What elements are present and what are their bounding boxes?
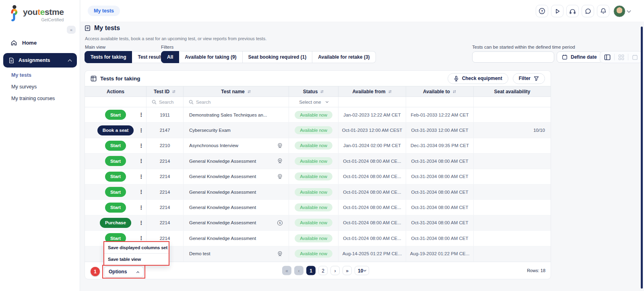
available-to-cell: Oct-31-2034 08:00 AM CET <box>406 231 474 246</box>
available-to-cell: Aug-19-2032 01:22 PM CE... <box>406 246 474 261</box>
filter-tab-seat-booking-required-1[interactable]: Seat booking required (1) <box>243 51 313 63</box>
column-header-available-from[interactable]: Available from <box>339 86 406 96</box>
page-size-select[interactable]: 10 <box>355 266 369 275</box>
main-view-tab-tests-for-taking[interactable]: Tests for taking <box>85 51 132 63</box>
test-name-cell: General Knowledge Assessment <box>184 184 289 199</box>
sort-icon[interactable] <box>247 90 251 94</box>
start-button[interactable]: Start <box>105 110 126 120</box>
filter-tab-available-for-retake-3[interactable]: Available for retake (3) <box>312 51 376 63</box>
chat-icon <box>585 8 591 14</box>
filter-tab-available-for-taking-9[interactable]: Available for taking (9) <box>179 51 242 63</box>
status-badge: Available now <box>295 172 332 180</box>
sidebar-subitem-my-tests[interactable]: My tests <box>11 72 55 78</box>
start-button[interactable]: Start <box>105 141 126 151</box>
breadcrumb[interactable]: My tests <box>88 6 120 16</box>
row-menu-icon[interactable]: ⋮ <box>138 205 144 211</box>
available-to-cell: Oct-31-2034 08:00 AM CET <box>406 200 474 215</box>
vertical-scrollbar[interactable] <box>641 27 643 289</box>
date-range-input[interactable] <box>472 51 554 63</box>
pagination-first-button[interactable]: « <box>282 266 291 275</box>
start-button[interactable]: Start <box>105 203 126 213</box>
sidebar-item-home[interactable]: Home <box>10 39 37 46</box>
test-id-cell: 2147 <box>147 123 184 137</box>
column-header-status[interactable]: Status <box>289 86 339 96</box>
calendar-icon <box>562 54 568 60</box>
filter-tab-all[interactable]: All <box>161 51 179 63</box>
test-name-cell: General Knowledge Assessment$ <box>184 215 289 230</box>
sidebar-subitem-my-surveys[interactable]: My surveys <box>11 84 55 90</box>
start-button[interactable]: Start <box>105 187 126 197</box>
row-menu-icon[interactable]: ⋮ <box>138 158 144 164</box>
tour-button[interactable] <box>551 5 564 17</box>
document-icon <box>9 57 14 64</box>
available-from-cell: Jan-01-2024 02:00 PM CET <box>339 138 406 153</box>
define-date-button[interactable]: Define date <box>557 51 602 63</box>
actions-cell: Start⋮ <box>85 138 147 153</box>
user-menu[interactable] <box>613 5 630 17</box>
menu-item-save-table-view[interactable]: Save table view <box>104 254 169 265</box>
brand-logo: youtestme GetCertified <box>7 5 64 22</box>
table-view-button[interactable] <box>604 54 611 60</box>
sort-icon[interactable] <box>172 90 176 94</box>
sort-icon[interactable] <box>388 90 392 94</box>
status-cell: Available now <box>289 169 339 184</box>
menu-item-save-displayed-columns-set[interactable]: Save displayed columns set <box>104 242 169 253</box>
check-equipment-button[interactable]: Check equipment <box>448 73 508 84</box>
status-cell: Available now <box>289 200 339 215</box>
support-button[interactable] <box>566 5 579 17</box>
sidebar-item-label: Assignments <box>19 57 50 63</box>
sidebar-collapse-button[interactable]: « <box>67 26 76 34</box>
purchase-button[interactable]: Purchase <box>100 218 131 228</box>
filter-button[interactable]: Filter <box>513 73 545 84</box>
test-name: Cybersecurity Exam <box>189 128 231 133</box>
sort-icon[interactable] <box>320 90 324 94</box>
row-menu-icon[interactable]: ⋮ <box>138 220 144 226</box>
sidebar-subnav: My testsMy surveysMy training courses <box>11 72 55 101</box>
pagination-page-1[interactable]: 1 <box>306 266 316 275</box>
grid-view-button[interactable] <box>618 54 624 60</box>
sidebar-item-assignments[interactable]: Assignments <box>3 53 77 68</box>
test-name-cell: General Knowledge Assessment <box>184 231 289 246</box>
options-popup: Save displayed columns setSave table vie… <box>103 241 169 266</box>
pagination-page-2[interactable]: 2 <box>318 266 328 275</box>
pagination-prev-button[interactable]: ‹ <box>294 266 303 275</box>
messages-button[interactable] <box>582 5 594 17</box>
divider <box>614 54 615 60</box>
options-button[interactable]: Options <box>104 266 144 277</box>
pagination-last-button[interactable]: » <box>343 266 352 275</box>
row-menu-icon[interactable]: ⋮ <box>138 112 144 118</box>
pagination-next-button[interactable]: › <box>330 266 340 275</box>
annotation-step-badge: 1 <box>91 267 100 276</box>
table-row: Start⋮2214General Knowledge AssessmentAv… <box>85 154 551 169</box>
start-button[interactable]: Start <box>105 156 126 166</box>
row-menu-icon[interactable]: ⋮ <box>138 189 144 195</box>
notifications-button[interactable] <box>597 5 609 17</box>
sidebar-subitem-my-training-courses[interactable]: My training courses <box>11 96 55 101</box>
status-select[interactable]: Select one <box>289 97 339 107</box>
search-input-test-name[interactable]: Search <box>184 97 289 107</box>
main-view-tabs: Tests for takingTest results <box>85 51 171 63</box>
clipboard-icon <box>85 25 91 31</box>
help-icon: ? <box>539 8 545 14</box>
book-a-seat-button[interactable]: Book a seat <box>97 125 134 135</box>
avatar[interactable] <box>613 5 625 17</box>
row-menu-icon[interactable]: ⋮ <box>138 127 144 133</box>
column-header-test-id[interactable]: Test ID <box>147 86 184 96</box>
search-input-test-id[interactable]: Search <box>147 97 184 107</box>
row-menu-icon[interactable]: ⋮ <box>138 174 144 180</box>
available-to-cell: Oct-31-2034 08:00 AM CET <box>406 184 474 199</box>
column-header-test-name[interactable]: Test name <box>184 86 289 96</box>
bell-icon <box>600 8 607 14</box>
table-row: Start⋮1911Demonstrating Sales Techniques… <box>85 107 551 123</box>
start-button[interactable]: Start <box>105 172 126 182</box>
column-header-available-to[interactable]: Available to <box>406 86 474 96</box>
row-menu-icon[interactable]: ⋮ <box>138 143 144 149</box>
define-date-label: Define date <box>571 54 597 60</box>
actions-cell: Purchase⋮ <box>85 215 147 230</box>
help-button[interactable]: ? <box>536 5 548 17</box>
brand-tagline: GetCertified <box>23 17 64 22</box>
filter-button-label: Filter <box>519 76 530 81</box>
sort-icon[interactable] <box>452 90 456 94</box>
calendar-view-button[interactable] <box>632 54 638 60</box>
row-menu-icon[interactable]: ⋮ <box>138 235 144 241</box>
